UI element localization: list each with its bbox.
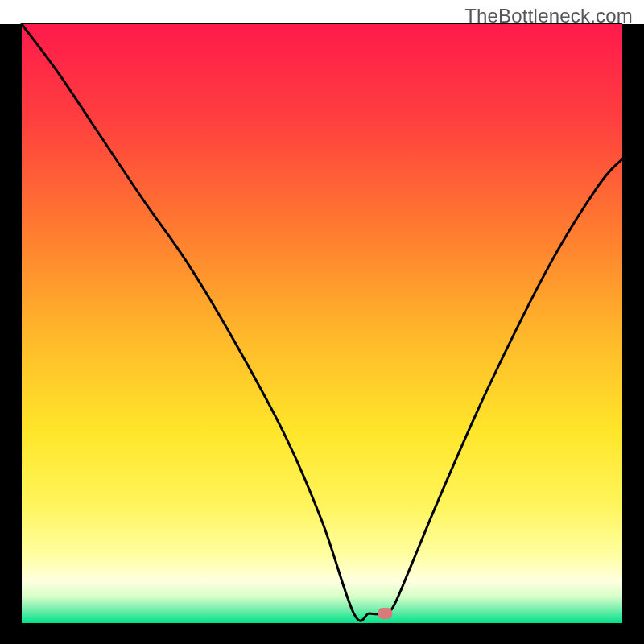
optimal-point-marker [378,608,392,619]
axis-bottom [0,623,644,644]
chart-container: TheBottleneck.com [0,0,644,644]
watermark-text: TheBottleneck.com [464,5,633,27]
bottleneck-chart [0,0,644,644]
chart-background-gradient [22,24,622,623]
axis-left [0,24,22,644]
axis-right [622,24,644,623]
